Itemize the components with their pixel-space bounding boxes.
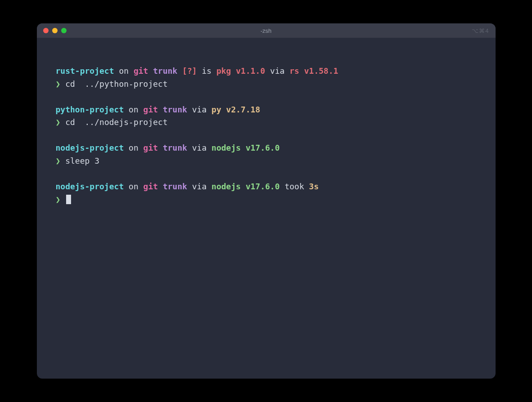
prompt-block: python-project on git trunk via py v2.7.…: [56, 103, 477, 130]
separator: is: [197, 66, 216, 76]
traffic-lights: [43, 28, 67, 33]
maximize-button[interactable]: [61, 28, 67, 33]
prompt-block: nodejs-project on git trunk via nodejs v…: [56, 180, 477, 206]
runtime-label: nodejs: [211, 182, 241, 191]
prompt-line: rust-project on git trunk [?] is pkg v1.…: [56, 65, 477, 78]
separator: on: [124, 182, 143, 191]
runtime-label: rs: [290, 66, 300, 76]
vcs-label: git: [143, 105, 158, 114]
git-status: [?]: [177, 66, 197, 76]
window-title: -zsh: [260, 27, 272, 34]
prompt-char: ❯: [56, 117, 66, 127]
command-line: ❯: [56, 193, 477, 206]
runtime-label: nodejs: [211, 143, 241, 152]
directory: python-project: [56, 105, 124, 114]
vcs-label: git: [134, 66, 148, 76]
command-line: ❯ sleep 3: [56, 155, 477, 168]
branch: trunk: [158, 182, 187, 191]
vcs-label: git: [143, 143, 158, 152]
package-version: v1.1.0: [231, 66, 265, 76]
prompt-char: ❯: [56, 195, 66, 204]
duration: 3s: [309, 182, 319, 191]
cursor: [66, 195, 71, 204]
command-text: sleep 3: [65, 156, 99, 165]
branch: trunk: [148, 66, 177, 76]
runtime-label: py: [211, 105, 221, 114]
titlebar: -zsh ⌥⌘4: [37, 23, 496, 38]
runtime-version: v17.6.0: [241, 143, 280, 152]
prompt-char: ❯: [56, 156, 66, 165]
vcs-label: git: [143, 182, 158, 191]
prompt-line: nodejs-project on git trunk via nodejs v…: [56, 142, 477, 155]
separator: on: [124, 143, 143, 152]
prompt-block: rust-project on git trunk [?] is pkg v1.…: [56, 65, 477, 91]
command-text: cd ../python-project: [65, 79, 168, 89]
directory: nodejs-project: [56, 143, 124, 152]
prompt-char: ❯: [56, 79, 66, 89]
terminal-window: -zsh ⌥⌘4 rust-project on git trunk [?] i…: [37, 23, 496, 379]
separator: via: [265, 66, 290, 76]
separator: took: [280, 182, 309, 191]
separator: via: [187, 105, 211, 114]
prompt-block: nodejs-project on git trunk via nodejs v…: [56, 142, 477, 168]
separator: on: [114, 66, 134, 76]
prompt-line: nodejs-project on git trunk via nodejs v…: [56, 180, 477, 193]
command-text: cd ../nodejs-project: [65, 117, 168, 127]
close-button[interactable]: [43, 28, 49, 33]
terminal-body[interactable]: rust-project on git trunk [?] is pkg v1.…: [37, 38, 496, 379]
minimize-button[interactable]: [52, 28, 58, 33]
shortcut-indicator: ⌥⌘4: [472, 27, 489, 34]
branch: trunk: [158, 105, 187, 114]
runtime-version: v17.6.0: [241, 182, 280, 191]
branch: trunk: [158, 143, 187, 152]
directory: rust-project: [56, 66, 114, 76]
package-label: pkg: [216, 66, 231, 76]
command-line: ❯ cd ../nodejs-project: [56, 116, 477, 129]
runtime-version: v1.58.1: [299, 66, 338, 76]
runtime-version: v2.7.18: [221, 105, 260, 114]
separator: via: [187, 182, 211, 191]
separator: via: [187, 143, 211, 152]
directory: nodejs-project: [56, 182, 124, 191]
command-line: ❯ cd ../python-project: [56, 78, 477, 91]
prompt-line: python-project on git trunk via py v2.7.…: [56, 103, 477, 116]
separator: on: [124, 105, 143, 114]
